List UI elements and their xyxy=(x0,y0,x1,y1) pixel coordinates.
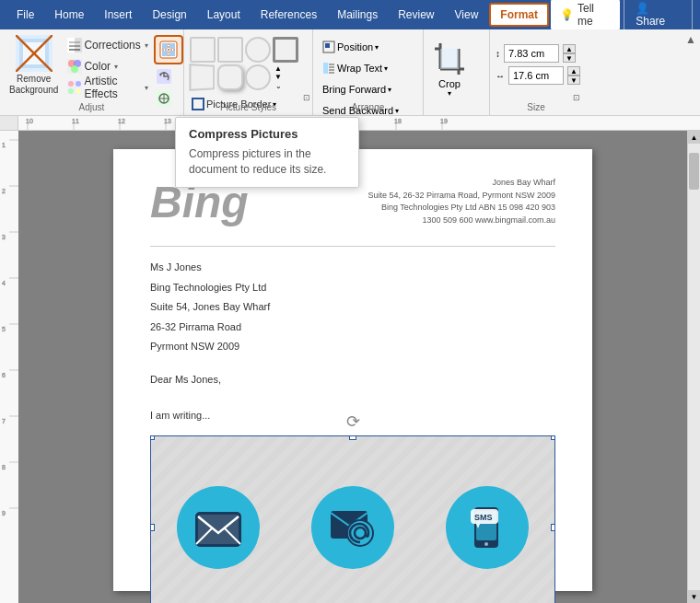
styles-expand-button[interactable]: ▲ ▼ ⌄ xyxy=(273,64,284,90)
height-decrease-button[interactable]: ▼ xyxy=(567,75,580,85)
email-icon-svg xyxy=(329,504,377,551)
reset-picture-button[interactable] xyxy=(154,66,174,87)
tell-me-button[interactable]: 💡 Tell me xyxy=(551,0,620,30)
width-icon: ↕ xyxy=(496,49,500,59)
crop-arrow: ▾ xyxy=(448,89,451,98)
handle-top-right[interactable] xyxy=(551,435,555,440)
svg-point-93 xyxy=(484,542,488,546)
svg-rect-85 xyxy=(198,515,239,544)
sms-icon-svg: SMS xyxy=(463,504,511,551)
scrollbar-down-button[interactable]: ▼ xyxy=(688,590,700,603)
compress-pictures-tooltip: Compress Pictures Compress pictures in t… xyxy=(175,117,359,188)
crop-group: Crop ▾ xyxy=(424,29,490,115)
size-label: Size xyxy=(490,102,582,112)
corrections-button[interactable]: Corrections ▾ xyxy=(64,35,151,55)
handle-top-left[interactable] xyxy=(150,435,155,440)
width-input[interactable] xyxy=(504,44,559,63)
scrollbar-up-button[interactable]: ▲ xyxy=(688,131,700,144)
crop-button[interactable]: Crop ▾ xyxy=(429,37,470,101)
position-arrow: ▾ xyxy=(375,43,379,52)
scrollbar-track[interactable] xyxy=(688,144,700,590)
height-row: ↔ ▲ ▼ xyxy=(496,66,577,85)
email-icon-circle xyxy=(311,486,394,569)
image-selection-box[interactable]: SMS xyxy=(150,435,555,603)
svg-rect-20 xyxy=(162,43,168,49)
svg-point-13 xyxy=(71,65,78,73)
width-increase-button[interactable]: ▲ xyxy=(563,44,576,53)
svg-rect-23 xyxy=(169,51,175,56)
svg-point-18 xyxy=(76,88,81,94)
menu-layout[interactable]: Layout xyxy=(198,5,250,25)
svg-rect-33 xyxy=(325,43,330,48)
vertical-scrollbar[interactable]: ▲ ▼ xyxy=(687,131,700,603)
svg-rect-22 xyxy=(162,51,168,56)
menu-file[interactable]: File xyxy=(7,5,43,25)
menu-review[interactable]: Review xyxy=(389,5,443,25)
style-option-7[interactable] xyxy=(245,64,271,90)
handle-middle-left[interactable] xyxy=(150,524,155,531)
svg-text:SMS: SMS xyxy=(474,513,493,522)
handle-top-middle[interactable] xyxy=(349,435,356,440)
recipient-address: Ms J Jones Bing Technologies Pty Ltd Sui… xyxy=(150,260,555,355)
svg-point-17 xyxy=(68,88,74,94)
artistic-effects-button[interactable]: Artistic Effects ▾ xyxy=(64,77,151,98)
company-address: Jones Bay Wharf Suite 54, 26-32 Pirrama … xyxy=(368,177,555,227)
share-label: Share xyxy=(636,15,665,28)
style-option-4[interactable] xyxy=(273,37,298,63)
document-area: 1 2 3 4 5 6 7 8 9 Bing Jones Bay Wharf S… xyxy=(0,131,700,603)
svg-text:2: 2 xyxy=(2,188,6,194)
style-option-5[interactable] xyxy=(189,64,215,91)
menu-format[interactable]: Format xyxy=(489,3,549,27)
scrollbar-thumb[interactable] xyxy=(689,153,699,190)
style-option-3[interactable] xyxy=(245,37,271,63)
document-page: Bing Jones Bay Wharf Suite 54, 26-32 Pir… xyxy=(113,149,592,591)
width-decrease-button[interactable]: ▼ xyxy=(563,53,576,63)
address-line1: Jones Bay Wharf xyxy=(368,177,555,190)
crop-label: Crop xyxy=(438,78,461,89)
recipient-company: Bing Technologies Pty Ltd xyxy=(150,280,555,296)
color-icon xyxy=(67,59,82,74)
ruler-v-marks: 1 2 3 4 5 6 7 8 9 xyxy=(0,131,18,603)
menu-bar: File Home Insert Design Layout Reference… xyxy=(0,0,700,29)
address-line2: Suite 54, 26-32 Pirrama Road, Pyrmont NS… xyxy=(368,190,555,203)
menu-view[interactable]: View xyxy=(446,5,488,25)
rotation-indicator: ⟳ xyxy=(346,412,360,432)
mail-icon-circle xyxy=(177,486,260,569)
svg-rect-43 xyxy=(440,49,459,69)
recipient-name: Ms J Jones xyxy=(150,260,555,276)
size-content: ↕ ▲ ▼ ↔ ▲ ▼ xyxy=(496,41,577,85)
bring-forward-button[interactable]: Bring Forward ▾ xyxy=(319,79,395,99)
height-input[interactable] xyxy=(508,66,564,85)
tooltip-title: Compress Pictures xyxy=(189,127,345,141)
style-option-1[interactable] xyxy=(190,37,216,63)
height-icon: ↔ xyxy=(496,71,505,81)
remove-background-button[interactable]: Remove Background xyxy=(6,33,62,98)
tooltip-text: Compress pictures in the document to red… xyxy=(189,146,345,178)
svg-rect-21 xyxy=(169,43,175,49)
svg-text:5: 5 xyxy=(2,326,6,332)
menu-home[interactable]: Home xyxy=(45,5,93,25)
position-button[interactable]: Position ▾ xyxy=(319,37,382,57)
menu-insert[interactable]: Insert xyxy=(95,5,141,25)
menu-mailings[interactable]: Mailings xyxy=(328,5,387,25)
color-button[interactable]: Color ▾ xyxy=(64,56,151,76)
picture-styles-expand-icon[interactable]: ⊡ xyxy=(303,93,310,102)
menu-right-area: 💡 Tell me 👤 Share xyxy=(551,0,693,31)
svg-rect-9 xyxy=(69,49,80,51)
height-increase-button[interactable]: ▲ xyxy=(567,66,580,75)
lightbulb-icon: 💡 xyxy=(560,8,574,21)
handle-middle-right[interactable] xyxy=(551,524,555,531)
corrections-label: Corrections xyxy=(84,39,140,52)
ribbon-collapse-button[interactable]: ▲ xyxy=(685,33,696,46)
color-dropdown-arrow: ▾ xyxy=(114,63,118,71)
artistic-effects-icon xyxy=(67,80,82,95)
size-expand-icon[interactable]: ⊡ xyxy=(573,93,580,102)
wrap-text-button[interactable]: Wrap Text ▾ xyxy=(319,58,391,78)
style-option-6[interactable] xyxy=(217,64,243,90)
compress-pictures-button[interactable] xyxy=(154,35,183,64)
menu-design[interactable]: Design xyxy=(143,5,195,25)
style-option-2[interactable] xyxy=(217,37,243,63)
svg-rect-34 xyxy=(323,63,328,74)
share-button[interactable]: 👤 Share xyxy=(624,0,693,31)
menu-references[interactable]: References xyxy=(251,5,326,25)
